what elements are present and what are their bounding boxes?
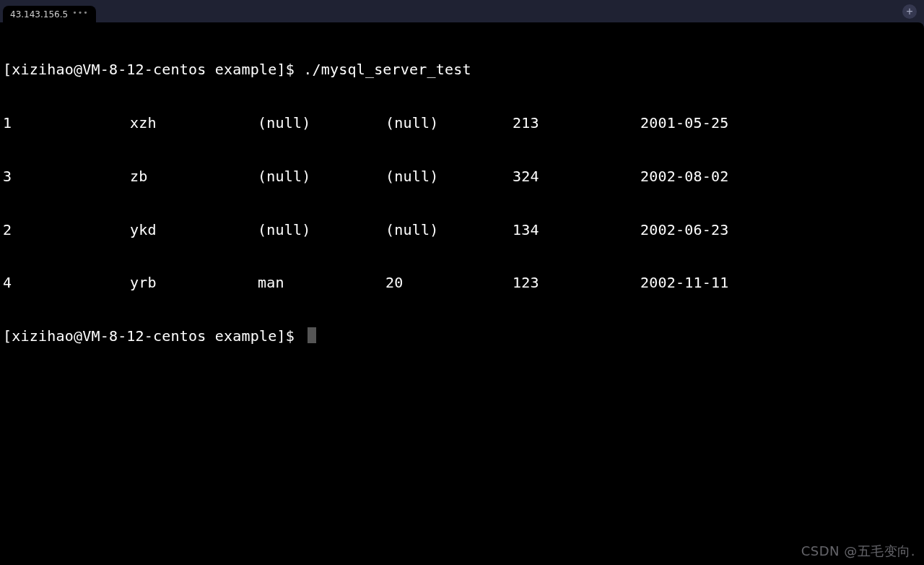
output-row: 4yrbman201232002-11-11 — [3, 274, 921, 292]
cell: (null) — [385, 221, 513, 239]
new-tab-button[interactable]: + — [902, 4, 917, 19]
cell: zb — [130, 168, 258, 186]
cell: 4 — [3, 274, 130, 292]
cell: (null) — [258, 168, 385, 186]
terminal-body[interactable]: [xizihao@VM-8-12-centos example]$ ./mysq… — [0, 22, 924, 565]
terminal-tab[interactable]: 43.143.156.5 ••• — [3, 6, 96, 22]
cell: 2002-11-11 — [640, 274, 728, 292]
watermark-text: CSDN @五毛变向. — [801, 543, 915, 561]
cell: 134 — [513, 221, 640, 239]
prompt: [xizihao@VM-8-12-centos example]$ — [3, 61, 303, 78]
cell: yrb — [130, 274, 258, 292]
output-row: 3zb(null)(null)3242002-08-02 — [3, 168, 921, 186]
cell: 2001-05-25 — [640, 114, 728, 132]
titlebar: 43.143.156.5 ••• + — [0, 0, 924, 22]
cell: 324 — [513, 168, 640, 186]
output-row: 1xzh(null)(null)2132001-05-25 — [3, 114, 921, 132]
cell: 123 — [513, 274, 640, 292]
cell: (null) — [258, 114, 385, 132]
prompt: [xizihao@VM-8-12-centos example]$ — [3, 327, 303, 345]
plus-icon: + — [906, 5, 912, 18]
cell: 213 — [513, 114, 640, 132]
cursor-icon — [308, 327, 316, 343]
tab-menu-icon[interactable]: ••• — [72, 9, 88, 17]
cell: (null) — [258, 221, 385, 239]
cell: 3 — [3, 168, 130, 186]
cell: 1 — [3, 114, 130, 132]
command-line: [xizihao@VM-8-12-centos example]$ ./mysq… — [3, 61, 921, 79]
cell: ykd — [130, 221, 258, 239]
cell: (null) — [385, 114, 513, 132]
cell: (null) — [385, 168, 513, 186]
cell: 2002-08-02 — [640, 168, 728, 186]
command-text: ./mysql_server_test — [303, 61, 471, 78]
tab-title: 43.143.156.5 — [10, 9, 68, 20]
cell: man — [258, 274, 385, 292]
cell: 2 — [3, 221, 130, 239]
cell: xzh — [130, 114, 258, 132]
output-row: 2ykd(null)(null)1342002-06-23 — [3, 221, 921, 239]
prompt-line: [xizihao@VM-8-12-centos example]$ — [3, 327, 921, 345]
cell: 2002-06-23 — [640, 221, 728, 239]
cell: 20 — [385, 274, 513, 292]
